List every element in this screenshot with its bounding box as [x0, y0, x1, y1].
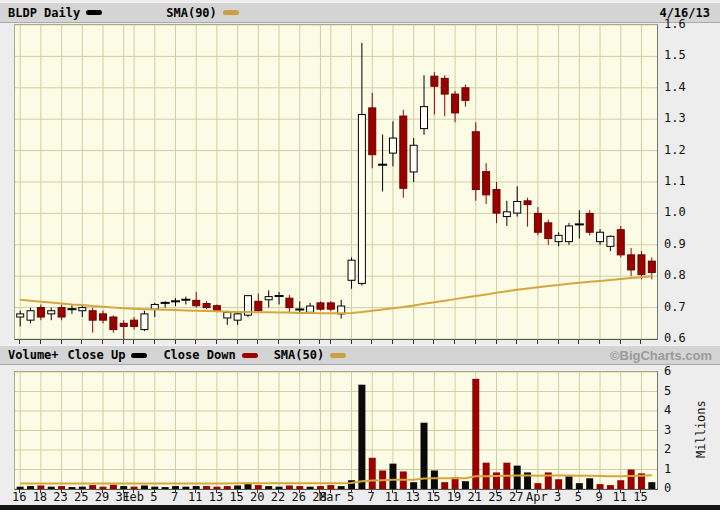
- axis-tick: [123, 340, 124, 344]
- candle: [58, 308, 65, 317]
- volume-bar: [472, 379, 479, 489]
- axis-tick: [496, 340, 497, 344]
- axis-tick: [578, 489, 579, 493]
- axis-tick: [330, 340, 331, 344]
- sma50-swatch-icon: [330, 353, 346, 358]
- axis-tick: [620, 340, 621, 344]
- volume-bar: [48, 487, 55, 489]
- volume-bar: [441, 482, 448, 489]
- volume-plot-area: [14, 371, 658, 490]
- volume-bar: [27, 486, 34, 489]
- candle: [628, 255, 635, 270]
- candle: [327, 303, 334, 309]
- axis-tick: [599, 340, 600, 344]
- volume-bar: [100, 487, 107, 489]
- symbol-title: BLDP Daily: [8, 6, 80, 20]
- volume-bar: [389, 464, 396, 489]
- candle: [524, 201, 531, 205]
- volume-bar: [193, 486, 200, 489]
- price-tick-label: 0.6: [664, 331, 708, 345]
- close-down-label: Close Down: [163, 348, 235, 362]
- candle: [421, 107, 428, 129]
- volume-bar: [182, 487, 189, 489]
- volume-bar: [151, 487, 158, 489]
- volume-bar: [327, 485, 334, 489]
- price-tick-label: 0.8: [664, 268, 708, 282]
- price-plot-area: [14, 24, 658, 340]
- volume-bar: [648, 482, 655, 489]
- volume-bar: [534, 483, 541, 489]
- axis-tick: [496, 489, 497, 493]
- axis-tick: [392, 489, 393, 493]
- volume-bar: [586, 478, 593, 489]
- volume-bar: [255, 485, 262, 489]
- price-tick-label: 0.7: [664, 300, 708, 314]
- axis-tick: [237, 340, 238, 344]
- axis-tick: [133, 489, 134, 493]
- axis-tick: [237, 489, 238, 493]
- volume-bar: [58, 486, 65, 489]
- close-up-label: Close Up: [68, 348, 126, 362]
- candle: [534, 213, 541, 232]
- price-series-swatch-icon: [86, 10, 102, 15]
- candlestick-chart: [15, 25, 657, 339]
- candle: [89, 311, 96, 320]
- volume-bar: [286, 485, 293, 489]
- axis-tick: [475, 489, 476, 493]
- candle: [255, 301, 262, 310]
- candle: [462, 88, 469, 101]
- axis-tick: [154, 489, 155, 493]
- axis-tick: [195, 489, 196, 493]
- axis-tick: [516, 489, 517, 493]
- axis-tick: [351, 340, 352, 344]
- bottom-border: [0, 505, 720, 510]
- volume-bar: [234, 485, 241, 489]
- candle: [17, 314, 24, 317]
- axis-tick: [413, 340, 414, 344]
- axis-tick: [640, 340, 641, 344]
- candle: [431, 76, 438, 86]
- price-tick-label: 1.4: [664, 80, 708, 94]
- price-tick-label: 1.3: [664, 111, 708, 125]
- axis-tick: [133, 340, 134, 344]
- axis-tick: [278, 340, 279, 344]
- volume-bar: [110, 485, 117, 489]
- axis-tick: [319, 340, 320, 344]
- axis-tick: [371, 489, 372, 493]
- volume-bar: [265, 486, 272, 489]
- volume-bar: [555, 479, 562, 489]
- axis-tick: [61, 340, 62, 344]
- volume-bar: [607, 485, 614, 489]
- axis-tick: [454, 489, 455, 493]
- axis-tick: [433, 489, 434, 493]
- volume-bar: [358, 385, 365, 489]
- sma90-swatch-icon: [223, 10, 239, 15]
- volume-bar: [410, 482, 417, 489]
- axis-tick: [175, 340, 176, 344]
- candle: [48, 311, 55, 314]
- sma90-label: SMA(90): [166, 6, 217, 20]
- axis-tick: [102, 340, 103, 344]
- volume-bar: [565, 476, 572, 489]
- candle: [441, 78, 448, 94]
- candle: [545, 223, 552, 239]
- axis-tick: [278, 489, 279, 493]
- axis-tick: [61, 489, 62, 493]
- candle: [586, 213, 593, 232]
- volume-bar: [597, 484, 604, 489]
- candle: [265, 297, 272, 300]
- volume-bar: [617, 480, 624, 489]
- candle: [317, 303, 324, 309]
- axis-tick: [257, 340, 258, 344]
- candle: [27, 311, 34, 320]
- volume-bar: [296, 486, 303, 489]
- volume-axis-unit-label: Millions: [692, 371, 710, 488]
- candle: [400, 116, 407, 188]
- candle: [638, 255, 645, 275]
- candle: [348, 260, 355, 280]
- candle: [369, 108, 376, 155]
- volume-bar: [172, 486, 179, 489]
- candle: [110, 317, 117, 330]
- volume-bar: [120, 486, 127, 489]
- volume-bar: [276, 487, 283, 489]
